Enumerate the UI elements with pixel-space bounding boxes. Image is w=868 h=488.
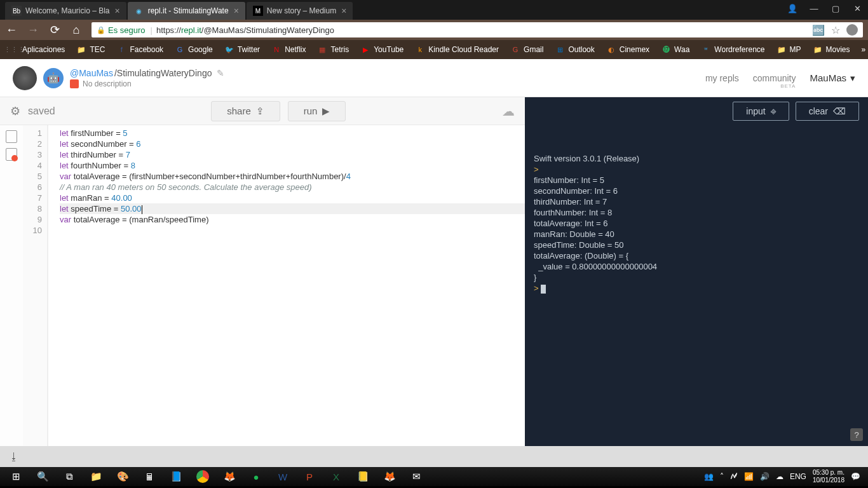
browser-tab[interactable]: M New story – Medium × xyxy=(247,2,353,20)
code-editor[interactable]: 12345678910 let firstNumber = 5let secon… xyxy=(23,125,525,446)
code-line[interactable]: var totalAverage = (manRan/speedTime) xyxy=(60,214,525,225)
calc-icon[interactable]: 🖩 xyxy=(136,467,163,486)
chevron-down-icon: ▾ xyxy=(850,72,855,84)
bookmark-item[interactable]: 🐦Twitter xyxy=(220,43,264,56)
replit-logo[interactable] xyxy=(13,66,37,90)
excel-icon[interactable]: X xyxy=(323,467,349,486)
bookmark-item[interactable]: GGmail xyxy=(506,43,547,56)
code-line[interactable]: let fourthNumber = 8 xyxy=(60,160,525,171)
mail-icon[interactable]: ✉ xyxy=(403,467,430,486)
back-icon[interactable]: ← xyxy=(5,24,18,37)
bookmark-item[interactable]: ▦Tetris xyxy=(313,43,353,56)
bookmark-icon: 🐦 xyxy=(224,44,234,55)
bookmark-icon: ʷ xyxy=(701,44,711,55)
swift-file-icon[interactable] xyxy=(6,148,17,161)
bookmark-label: Gmail xyxy=(524,45,543,54)
bookmark-item[interactable]: ʷWordreference xyxy=(697,43,768,56)
code-line[interactable]: let speedTime = 50.00 xyxy=(60,203,525,214)
code-line[interactable]: var totalAverage = (firstNumber+secondNu… xyxy=(60,171,525,182)
bookmarks-overflow[interactable]: » xyxy=(858,44,868,55)
close-icon[interactable]: × xyxy=(115,6,120,16)
bookmark-item[interactable]: 📁MP xyxy=(773,43,805,56)
bookmark-item[interactable]: fFacebook xyxy=(112,43,167,56)
bookmark-item[interactable]: NNetflix xyxy=(268,43,309,56)
word-icon[interactable]: W xyxy=(269,467,296,486)
bookmark-item[interactable]: ⊞Outlook xyxy=(551,43,598,56)
tray-chevron-icon[interactable]: ˄ xyxy=(720,472,724,481)
minimize-button[interactable]: — xyxy=(803,0,825,17)
maximize-button[interactable]: ▢ xyxy=(825,0,846,17)
url-field[interactable]: 🔒 Es seguro | https://repl.it/@MauMas/St… xyxy=(92,22,863,37)
browser-tab[interactable]: ◉ repl.it - StimulatingWate × xyxy=(128,2,245,20)
people-icon[interactable]: 👥 xyxy=(704,472,714,481)
browser-tab[interactable]: Bb Welcome, Mauricio – Bla × xyxy=(5,2,126,20)
start-button[interactable]: ⊞ xyxy=(3,467,29,486)
user-icon[interactable]: 👤 xyxy=(782,0,803,17)
firefox-icon[interactable]: 🦊 xyxy=(216,467,243,486)
bookmark-item[interactable]: ⓱Waa xyxy=(657,43,693,56)
share-button[interactable]: share⇪ xyxy=(211,101,280,121)
input-button[interactable]: input⎆ xyxy=(733,102,789,121)
tab-title: New story – Medium xyxy=(267,6,336,15)
user-menu[interactable]: MauMas ▾ xyxy=(810,72,855,84)
spotify-icon[interactable]: ● xyxy=(243,467,269,486)
user-avatar[interactable]: 🤖 xyxy=(43,68,64,88)
clear-button[interactable]: clear⌫ xyxy=(796,102,859,121)
bookmark-icon: k xyxy=(415,44,425,55)
volume-icon[interactable]: 🔊 xyxy=(760,472,770,481)
download-icon[interactable]: ⭳ xyxy=(9,451,19,463)
gear-icon[interactable]: ⚙ xyxy=(10,104,20,118)
code-content[interactable]: let firstNumber = 5let secondNumber = 6l… xyxy=(48,125,525,446)
bookmark-item[interactable]: ⋮⋮⋮Aplicaciones xyxy=(5,43,69,56)
repl-name: /StimulatingWateryDingo xyxy=(114,68,212,78)
gimp-icon[interactable]: 🦊 xyxy=(376,467,403,486)
avatar-icon[interactable] xyxy=(846,24,858,36)
clock[interactable]: 05:30 p. m. 10/01/2018 xyxy=(813,469,844,484)
powerpoint-icon[interactable]: P xyxy=(296,467,323,486)
app-icon[interactable]: 📒 xyxy=(349,467,376,486)
search-icon[interactable]: 🔍 xyxy=(29,467,56,486)
console-output[interactable]: Swift version 3.0.1 (Release)> firstNumb… xyxy=(525,125,868,446)
close-button[interactable]: ✕ xyxy=(846,0,868,17)
help-icon[interactable]: ? xyxy=(850,428,863,441)
notifications-icon[interactable]: 💬 xyxy=(851,472,860,481)
bookmark-icon: ▶ xyxy=(360,44,370,55)
onedrive-icon[interactable]: ☁ xyxy=(776,472,783,481)
tab-favicon: Bb xyxy=(11,6,22,16)
nav-community[interactable]: community BETA xyxy=(753,73,796,83)
home-icon[interactable]: ⌂ xyxy=(70,24,83,37)
close-icon[interactable]: × xyxy=(341,6,346,16)
code-line[interactable]: let firstNumber = 5 xyxy=(60,128,525,139)
battery-icon[interactable]: 🗲 xyxy=(730,472,738,481)
wifi-icon[interactable]: 📶 xyxy=(744,472,754,481)
lang-indicator[interactable]: ENG xyxy=(790,472,806,481)
bookmark-item[interactable]: ▶YouTube xyxy=(356,43,407,56)
code-line[interactable]: let manRan = 40.00 xyxy=(60,193,525,203)
forward-icon[interactable]: → xyxy=(27,24,39,37)
edit-icon[interactable]: ✎ xyxy=(217,68,224,78)
cloud-icon[interactable]: ☁ xyxy=(502,104,515,119)
bookmark-label: Facebook xyxy=(130,45,163,54)
translate-icon[interactable]: 🔤 xyxy=(812,24,825,36)
run-button[interactable]: run▶ xyxy=(288,101,346,121)
bookmark-item[interactable]: 📁TEC xyxy=(72,43,109,56)
chrome-icon[interactable] xyxy=(189,467,216,486)
repl-user[interactable]: @MauMas xyxy=(70,68,113,78)
code-line[interactable]: // A man ran 40 meters on 50 seconds. Ca… xyxy=(60,182,525,193)
taskview-icon[interactable]: ⧉ xyxy=(56,467,83,486)
code-line[interactable]: let secondNumber = 6 xyxy=(60,139,525,149)
code-line[interactable] xyxy=(60,225,525,236)
paint-icon[interactable]: 🎨 xyxy=(109,467,136,486)
star-icon[interactable]: ☆ xyxy=(831,24,840,36)
bookmark-item[interactable]: GGoogle xyxy=(171,43,217,56)
code-line[interactable]: let thirdNumber = 7 xyxy=(60,149,525,160)
explorer-icon[interactable]: 📁 xyxy=(83,467,109,486)
bookmark-item[interactable]: 📁Movies xyxy=(809,43,854,56)
bookmark-item[interactable]: kKindle Cloud Reader xyxy=(411,43,503,56)
nav-myrepls[interactable]: my repls xyxy=(705,73,739,83)
close-icon[interactable]: × xyxy=(234,6,239,16)
app-icon[interactable]: 📘 xyxy=(163,467,189,486)
bookmark-item[interactable]: ◐Cinemex xyxy=(602,43,653,56)
reload-icon[interactable]: ⟳ xyxy=(48,23,61,37)
file-icon[interactable] xyxy=(6,130,17,143)
